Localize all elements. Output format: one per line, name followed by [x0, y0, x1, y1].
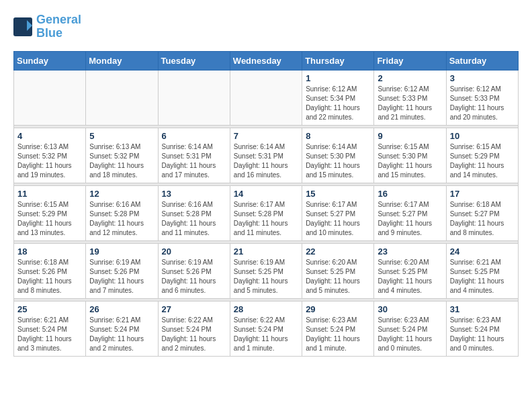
day-info: Sunrise: 6:15 AM Sunset: 5:30 PM Dayligh…: [378, 142, 442, 180]
day-info: Sunrise: 6:23 AM Sunset: 5:24 PM Dayligh…: [378, 316, 442, 353]
day-number: 29: [306, 304, 370, 314]
col-header-friday: Friday: [374, 51, 446, 70]
calendar-day: 22Sunrise: 6:20 AM Sunset: 5:25 PM Dayli…: [302, 243, 374, 298]
calendar-day: [230, 70, 302, 125]
day-info: Sunrise: 6:21 AM Sunset: 5:24 PM Dayligh…: [17, 316, 82, 353]
calendar-day: 3Sunrise: 6:12 AM Sunset: 5:33 PM Daylig…: [446, 70, 518, 125]
day-info: Sunrise: 6:15 AM Sunset: 5:29 PM Dayligh…: [450, 142, 515, 180]
day-info: Sunrise: 6:22 AM Sunset: 5:24 PM Dayligh…: [162, 316, 226, 353]
day-number: 17: [450, 189, 515, 199]
calendar-day: 6Sunrise: 6:14 AM Sunset: 5:31 PM Daylig…: [158, 128, 230, 183]
calendar-day: 19Sunrise: 6:19 AM Sunset: 5:26 PM Dayli…: [86, 243, 158, 298]
day-number: 20: [162, 246, 226, 257]
day-number: 9: [378, 131, 442, 141]
calendar-day: 24Sunrise: 6:21 AM Sunset: 5:25 PM Dayli…: [446, 243, 518, 298]
day-number: 8: [306, 131, 370, 141]
day-info: Sunrise: 6:14 AM Sunset: 5:30 PM Dayligh…: [306, 142, 370, 180]
calendar-day: 8Sunrise: 6:14 AM Sunset: 5:30 PM Daylig…: [302, 128, 374, 183]
day-number: 6: [162, 131, 226, 141]
day-number: 31: [450, 304, 515, 314]
calendar-day: 30Sunrise: 6:23 AM Sunset: 5:24 PM Dayli…: [374, 301, 446, 356]
day-info: Sunrise: 6:19 AM Sunset: 5:25 PM Dayligh…: [234, 258, 298, 295]
col-header-sunday: Sunday: [14, 51, 86, 70]
day-number: 27: [162, 304, 226, 314]
day-info: Sunrise: 6:18 AM Sunset: 5:26 PM Dayligh…: [17, 258, 82, 295]
day-number: 13: [162, 189, 226, 199]
day-number: 19: [89, 246, 154, 257]
calendar-day: 10Sunrise: 6:15 AM Sunset: 5:29 PM Dayli…: [446, 128, 518, 183]
day-number: 30: [378, 304, 442, 314]
day-info: Sunrise: 6:16 AM Sunset: 5:28 PM Dayligh…: [162, 200, 226, 238]
calendar-day: 13Sunrise: 6:16 AM Sunset: 5:28 PM Dayli…: [158, 185, 230, 240]
logo: General Blue: [13, 13, 81, 40]
col-header-tuesday: Tuesday: [158, 51, 230, 70]
day-number: 24: [450, 246, 515, 257]
day-info: Sunrise: 6:17 AM Sunset: 5:27 PM Dayligh…: [306, 200, 370, 238]
day-info: Sunrise: 6:15 AM Sunset: 5:29 PM Dayligh…: [17, 200, 82, 238]
calendar-day: 9Sunrise: 6:15 AM Sunset: 5:30 PM Daylig…: [374, 128, 446, 183]
day-number: 11: [17, 189, 82, 199]
calendar-week-3: 11Sunrise: 6:15 AM Sunset: 5:29 PM Dayli…: [14, 185, 519, 240]
day-info: Sunrise: 6:17 AM Sunset: 5:27 PM Dayligh…: [378, 200, 442, 238]
day-info: Sunrise: 6:13 AM Sunset: 5:32 PM Dayligh…: [17, 142, 82, 180]
calendar-day: 21Sunrise: 6:19 AM Sunset: 5:25 PM Dayli…: [230, 243, 302, 298]
day-info: Sunrise: 6:22 AM Sunset: 5:24 PM Dayligh…: [234, 316, 298, 353]
calendar-day: 26Sunrise: 6:21 AM Sunset: 5:24 PM Dayli…: [86, 301, 158, 356]
col-header-wednesday: Wednesday: [230, 51, 302, 70]
day-number: 14: [234, 189, 298, 199]
calendar-day: 25Sunrise: 6:21 AM Sunset: 5:24 PM Dayli…: [14, 301, 86, 356]
calendar-day: 14Sunrise: 6:17 AM Sunset: 5:28 PM Dayli…: [230, 185, 302, 240]
day-number: 15: [306, 189, 370, 199]
col-header-saturday: Saturday: [446, 51, 518, 70]
day-number: 16: [378, 189, 442, 199]
day-info: Sunrise: 6:12 AM Sunset: 5:34 PM Dayligh…: [306, 85, 370, 122]
calendar-day: [14, 70, 86, 125]
day-number: 12: [89, 189, 154, 199]
calendar-day: 2Sunrise: 6:12 AM Sunset: 5:33 PM Daylig…: [374, 70, 446, 125]
calendar-day: 27Sunrise: 6:22 AM Sunset: 5:24 PM Dayli…: [158, 301, 230, 356]
calendar-table: SundayMondayTuesdayWednesdayThursdayFrid…: [13, 51, 519, 357]
calendar-week-5: 25Sunrise: 6:21 AM Sunset: 5:24 PM Dayli…: [14, 301, 519, 356]
day-number: 26: [89, 304, 154, 314]
day-info: Sunrise: 6:21 AM Sunset: 5:24 PM Dayligh…: [89, 316, 154, 353]
col-header-thursday: Thursday: [302, 51, 374, 70]
day-info: Sunrise: 6:20 AM Sunset: 5:25 PM Dayligh…: [378, 258, 442, 295]
day-info: Sunrise: 6:12 AM Sunset: 5:33 PM Dayligh…: [450, 85, 515, 122]
day-info: Sunrise: 6:20 AM Sunset: 5:25 PM Dayligh…: [306, 258, 370, 295]
calendar-day: [86, 70, 158, 125]
calendar-day: 20Sunrise: 6:19 AM Sunset: 5:26 PM Dayli…: [158, 243, 230, 298]
day-info: Sunrise: 6:17 AM Sunset: 5:28 PM Dayligh…: [234, 200, 298, 238]
day-number: 7: [234, 131, 298, 141]
day-info: Sunrise: 6:21 AM Sunset: 5:25 PM Dayligh…: [450, 258, 515, 295]
calendar-day: [158, 70, 230, 125]
page-header: General Blue: [13, 13, 519, 40]
calendar-day: 15Sunrise: 6:17 AM Sunset: 5:27 PM Dayli…: [302, 185, 374, 240]
day-number: 18: [17, 246, 82, 257]
calendar-week-1: 1Sunrise: 6:12 AM Sunset: 5:34 PM Daylig…: [14, 70, 519, 125]
day-number: 10: [450, 131, 515, 141]
calendar-day: 5Sunrise: 6:13 AM Sunset: 5:32 PM Daylig…: [86, 128, 158, 183]
day-number: 21: [234, 246, 298, 257]
day-number: 1: [306, 73, 370, 83]
calendar-header-row: SundayMondayTuesdayWednesdayThursdayFrid…: [14, 51, 519, 70]
day-info: Sunrise: 6:12 AM Sunset: 5:33 PM Dayligh…: [378, 85, 442, 122]
calendar-day: 1Sunrise: 6:12 AM Sunset: 5:34 PM Daylig…: [302, 70, 374, 125]
day-info: Sunrise: 6:23 AM Sunset: 5:24 PM Dayligh…: [450, 316, 515, 353]
day-info: Sunrise: 6:19 AM Sunset: 5:26 PM Dayligh…: [89, 258, 154, 295]
logo-icon: [13, 17, 34, 36]
day-info: Sunrise: 6:13 AM Sunset: 5:32 PM Dayligh…: [89, 142, 154, 180]
calendar-day: 7Sunrise: 6:14 AM Sunset: 5:31 PM Daylig…: [230, 128, 302, 183]
calendar-day: 16Sunrise: 6:17 AM Sunset: 5:27 PM Dayli…: [374, 185, 446, 240]
day-info: Sunrise: 6:18 AM Sunset: 5:27 PM Dayligh…: [450, 200, 515, 238]
day-info: Sunrise: 6:14 AM Sunset: 5:31 PM Dayligh…: [234, 142, 298, 180]
calendar-day: 11Sunrise: 6:15 AM Sunset: 5:29 PM Dayli…: [14, 185, 86, 240]
day-info: Sunrise: 6:19 AM Sunset: 5:26 PM Dayligh…: [162, 258, 226, 295]
calendar-day: 29Sunrise: 6:23 AM Sunset: 5:24 PM Dayli…: [302, 301, 374, 356]
day-number: 23: [378, 246, 442, 257]
day-number: 3: [450, 73, 515, 83]
calendar-day: 31Sunrise: 6:23 AM Sunset: 5:24 PM Dayli…: [446, 301, 518, 356]
day-number: 22: [306, 246, 370, 257]
day-info: Sunrise: 6:14 AM Sunset: 5:31 PM Dayligh…: [162, 142, 226, 180]
day-number: 2: [378, 73, 442, 83]
day-info: Sunrise: 6:23 AM Sunset: 5:24 PM Dayligh…: [306, 316, 370, 353]
